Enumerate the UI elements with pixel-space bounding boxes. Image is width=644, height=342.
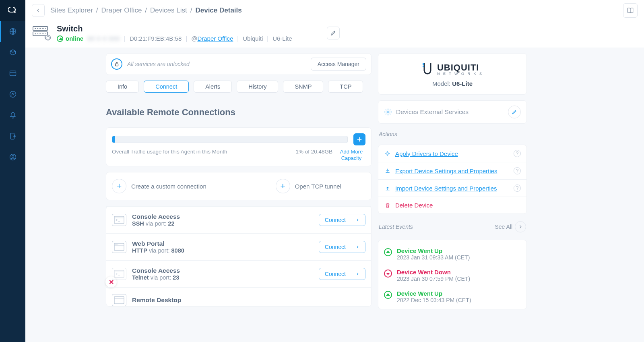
browser-icon: [112, 241, 126, 253]
usage-bar: [112, 136, 348, 143]
svg-rect-18: [114, 270, 124, 278]
crumb-1[interactable]: Draper Office: [101, 6, 142, 15]
sidebar: [0, 0, 25, 342]
svg-rect-19: [114, 296, 124, 304]
download-icon: [384, 168, 391, 174]
create-custom-connection[interactable]: + Create a custom connection: [112, 179, 206, 193]
help-icon[interactable]: ?: [514, 150, 521, 157]
access-manager-button[interactable]: Access Manager: [311, 58, 366, 70]
chevron-left-icon: [35, 8, 41, 13]
svg-point-9: [35, 28, 35, 29]
nav-dashboard-icon[interactable]: [0, 63, 25, 84]
edit-external-services-button[interactable]: [508, 106, 521, 118]
nav-sites-icon[interactable]: [0, 21, 25, 42]
chevron-right-icon: [518, 224, 523, 229]
event-time: 2022 Dec 15 03:43 PM (CET): [397, 297, 471, 303]
device-site[interactable]: @Draper Office: [191, 35, 233, 42]
events-heading: Latest Events See All: [378, 220, 527, 234]
plus-circle-icon: +: [112, 179, 126, 193]
svg-rect-20: [423, 63, 424, 65]
device-type-icon: [32, 25, 51, 41]
event-up-icon: [384, 291, 392, 299]
tab-info[interactable]: Info: [106, 81, 139, 93]
action-delete-device[interactable]: Delete Device: [378, 197, 526, 213]
event-title: Device Went Up: [397, 247, 470, 254]
usage-caption: Overall Traffic usage for this Agent in …: [112, 149, 227, 155]
plus-circle-icon: +: [276, 179, 290, 193]
chevron-right-icon: [355, 218, 359, 222]
device-vendor: Ubiquiti: [243, 35, 263, 42]
nav-monitor-icon[interactable]: [0, 84, 25, 105]
connection-row: Web Portal HTTP via port: 8080 Connect: [106, 233, 371, 260]
trash-icon: [384, 202, 391, 209]
connection-title: Console Access: [132, 267, 180, 274]
back-button[interactable]: [32, 4, 45, 17]
connection-row: Console Access SSH via port: 22 Connect: [106, 206, 371, 233]
upload-icon: [384, 185, 391, 191]
tabs: Info Connect Alerts History SNMP TCP: [106, 81, 372, 93]
connection-sub: SSH via port: 22: [132, 220, 180, 227]
action-apply-drivers[interactable]: Apply Drivers to Device ?: [378, 145, 526, 162]
plus-icon: [356, 136, 363, 143]
usage-card: Overall Traffic usage for this Agent in …: [106, 127, 372, 166]
nav-export-icon[interactable]: [0, 126, 25, 147]
event-row: Device Went Down 2023 Jan 30 07:59 PM (C…: [378, 265, 526, 286]
edit-device-button[interactable]: [327, 27, 340, 39]
pencil-icon: [330, 30, 336, 36]
tab-snmp[interactable]: SNMP: [283, 81, 323, 93]
nav-inventory-icon[interactable]: [0, 42, 25, 63]
see-all-chevron[interactable]: [515, 221, 526, 232]
pencil-icon: [512, 109, 517, 115]
nav-alerts-icon[interactable]: [0, 105, 25, 126]
chevron-right-icon: [355, 245, 359, 249]
book-icon: [626, 6, 634, 15]
unlock-text: All services are unlocked: [127, 61, 306, 67]
add-capacity-label[interactable]: Add More Capacity: [337, 149, 365, 161]
status-up-icon: [57, 35, 63, 42]
actions-list: Apply Drivers to Device ? Export Device …: [378, 145, 527, 214]
device-model: U6-Lite: [272, 35, 292, 42]
gear-icon: [384, 150, 391, 157]
svg-rect-12: [116, 64, 118, 66]
connect-button[interactable]: Connect: [319, 241, 365, 253]
svg-point-16: [116, 244, 117, 245]
svg-point-17: [118, 244, 118, 245]
terminal-icon: [112, 214, 126, 226]
help-button[interactable]: [623, 3, 638, 18]
terminal-icon: [112, 268, 126, 280]
crumb-2[interactable]: Devices List: [150, 6, 187, 15]
breadcrumb: Sites Explorer/ Draper Office/ Devices L…: [50, 6, 242, 15]
tab-tcp[interactable]: TCP: [328, 81, 363, 93]
add-capacity-button[interactable]: [353, 133, 365, 145]
device-title: Switch: [57, 24, 292, 33]
connection-sub: HTTP via port: 8080: [132, 247, 184, 254]
svg-rect-13: [114, 216, 124, 224]
unlock-bar: All services are unlocked Access Manager: [106, 53, 372, 75]
connect-button[interactable]: Connect: [319, 214, 365, 226]
help-icon[interactable]: ?: [514, 184, 521, 192]
svg-point-6: [12, 155, 14, 158]
event-row: Device Went Up 2022 Dec 15 03:43 PM (CET…: [378, 286, 526, 307]
device-mac: D0:21:F9:EB:4B:58: [130, 35, 182, 42]
nav-account-icon[interactable]: [0, 147, 25, 168]
connection-sub: Telnet via port: 23: [132, 274, 180, 281]
tab-alerts[interactable]: Alerts: [194, 81, 232, 93]
connections-list: Console Access SSH via port: 22 Connect …: [106, 206, 372, 307]
ubiquiti-icon: [422, 62, 433, 76]
connect-button[interactable]: Connect: [319, 268, 365, 280]
usage-percent: 1% of 20.48GB: [295, 149, 332, 155]
help-icon[interactable]: ?: [514, 167, 521, 174]
tab-history[interactable]: History: [237, 81, 278, 93]
tab-connect[interactable]: Connect: [144, 81, 189, 93]
topbar: Sites Explorer/ Draper Office/ Devices L…: [25, 0, 644, 21]
connection-title: Web Portal: [132, 240, 184, 247]
crumb-0[interactable]: Sites Explorer: [50, 6, 93, 15]
see-all-events[interactable]: See All: [495, 224, 512, 230]
external-services-card: Devices External Services: [378, 100, 527, 124]
event-row: Device Went Up 2023 Jan 31 09:33 AM (CET…: [378, 243, 526, 265]
actions-heading: Actions: [378, 129, 527, 139]
open-tcp-tunnel[interactable]: + Open TCP tunnel: [276, 179, 341, 193]
action-import-settings[interactable]: Import Device Settings and Properties ?: [378, 180, 526, 197]
status-indicator: online: [57, 35, 83, 42]
action-export-settings[interactable]: Export Device Settings and Properties ?: [378, 162, 526, 180]
